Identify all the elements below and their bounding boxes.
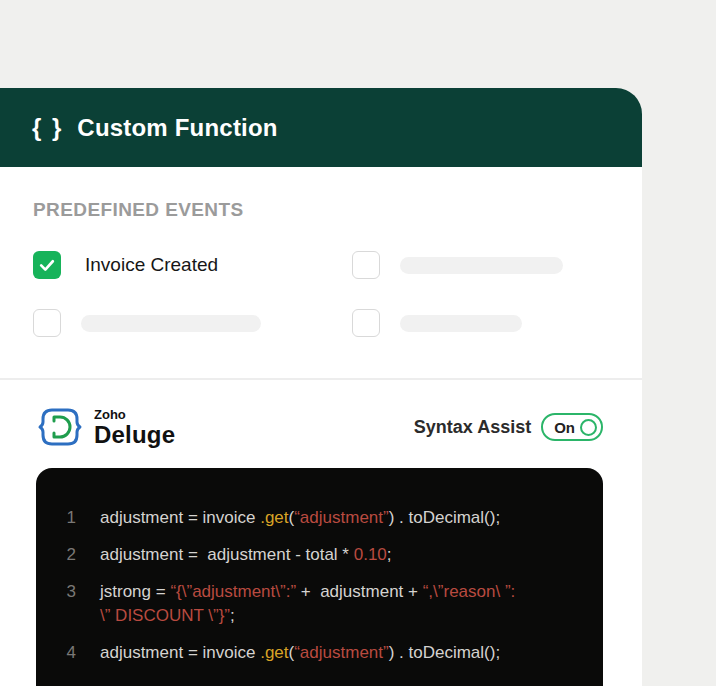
placeholder-bar <box>400 315 522 332</box>
zoho-deluge-logo: Zoho Deluge <box>36 403 175 451</box>
line-number: 3 <box>60 580 76 628</box>
page-title: Custom Function <box>77 114 277 142</box>
predefined-events-section: PREDEFINED EVENTS Invoice Created <box>0 167 642 378</box>
brand-deluge: Deluge <box>94 423 175 447</box>
line-number: 1 <box>60 506 76 530</box>
syntax-assist-label: Syntax Assist <box>414 417 531 438</box>
syntax-assist-toggle[interactable]: On <box>541 413 603 441</box>
header: { } Custom Function <box>0 88 642 167</box>
code-text: jstrong = “{\”adjustment\”:” + adjustmen… <box>100 580 515 628</box>
checkbox-checked-icon[interactable] <box>33 251 61 279</box>
editor-toolbar: Zoho Deluge Syntax Assist On <box>36 400 603 454</box>
event-item <box>33 309 352 337</box>
code-line: 2adjustment = adjustment - total * 0.10; <box>60 543 585 567</box>
code-line: 1adjustment = invoice .get(“adjustment”)… <box>60 506 585 530</box>
event-item <box>352 309 613 337</box>
brand-zoho: Zoho <box>94 408 175 421</box>
code-text: adjustment = adjustment - total * 0.10; <box>100 543 392 567</box>
deluge-braces-icon <box>36 403 84 451</box>
line-number: 4 <box>60 641 76 665</box>
line-number: 2 <box>60 543 76 567</box>
code-editor[interactable]: 1adjustment = invoice .get(“adjustment”)… <box>36 468 603 686</box>
toggle-state-label: On <box>554 419 575 436</box>
events-grid: Invoice Created <box>33 251 613 337</box>
deluge-section: Zoho Deluge Syntax Assist On 1adjustment… <box>0 380 642 686</box>
code-line: 3jstrong = “{\”adjustment\”:” + adjustme… <box>60 580 585 628</box>
section-heading: PREDEFINED EVENTS <box>33 199 244 221</box>
code-line: 4adjustment = invoice .get(“adjustment”)… <box>60 641 585 665</box>
checkbox-unchecked[interactable] <box>352 309 380 337</box>
event-item: Invoice Created <box>33 251 352 279</box>
braces-icon: { } <box>32 114 63 142</box>
syntax-assist: Syntax Assist On <box>414 413 603 441</box>
brand-text: Zoho Deluge <box>94 408 175 447</box>
event-item <box>352 251 613 279</box>
placeholder-bar <box>81 315 261 332</box>
checkbox-unchecked[interactable] <box>33 309 61 337</box>
code-text: adjustment = invoice .get(“adjustment”) … <box>100 506 500 530</box>
toggle-knob-icon <box>580 419 597 436</box>
code-lines: 1adjustment = invoice .get(“adjustment”)… <box>60 506 585 665</box>
checkbox-unchecked[interactable] <box>352 251 380 279</box>
event-label: Invoice Created <box>85 254 218 276</box>
placeholder-bar <box>400 257 563 274</box>
code-text: adjustment = invoice .get(“adjustment”) … <box>100 641 500 665</box>
